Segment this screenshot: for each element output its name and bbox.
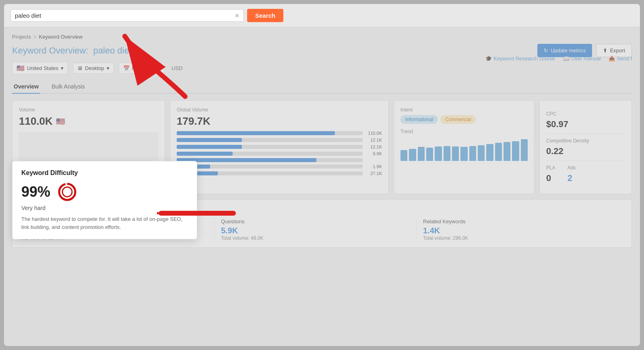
pla-label: PLA xyxy=(546,165,555,171)
related-label: Related Keywords xyxy=(423,218,619,224)
send-link[interactable]: 📤 Send f xyxy=(609,56,632,62)
keyword-difficulty-tooltip: Keyword Difficulty 99% Very hard The har… xyxy=(12,161,197,239)
keyword-course-label: Keyword Research course xyxy=(493,56,555,62)
search-bar: ✕ Search xyxy=(4,4,640,27)
date-filter[interactable]: 📅 May 24, 202 xyxy=(119,63,165,74)
trend-bar-13 xyxy=(504,142,510,161)
tag-commercial: Commercial xyxy=(440,115,476,124)
trend-label: Trend xyxy=(400,129,528,134)
volume-value-row: 110.0K 🇺🇸 xyxy=(19,115,158,128)
cpc-label: CPC xyxy=(546,111,625,117)
pla-value: 0 xyxy=(546,173,555,183)
trend-area: Trend xyxy=(400,129,528,161)
trend-bar-11 xyxy=(486,144,493,161)
device-label: Desktop xyxy=(85,65,104,71)
kd-circle-icon xyxy=(57,181,78,202)
book-icon: 📖 xyxy=(563,56,570,62)
kd-hard-label: Very hard xyxy=(21,205,188,211)
page-title-prefix: Keyword Overview: xyxy=(12,45,89,56)
volume-sparkline xyxy=(19,132,158,165)
tab-bulk-analysis[interactable]: Bulk Analysis xyxy=(50,80,86,94)
questions-label: Questions xyxy=(221,218,410,224)
kd-value-row: 99% xyxy=(21,181,188,202)
trend-bar-1 xyxy=(400,150,407,161)
trend-bar-8 xyxy=(460,147,467,161)
device-filter[interactable]: 🖥 Desktop ▾ xyxy=(73,63,114,74)
trend-bar-2 xyxy=(409,149,416,161)
trend-bar-6 xyxy=(444,146,450,161)
pla-ads-section: PLA 0 Ads 2 xyxy=(546,161,625,187)
questions-item: Questions 5.9K Total volume: 48.0K xyxy=(221,218,417,241)
related-item: Related Keywords 1.4K Total volume: 296.… xyxy=(423,218,625,241)
kd-percent: 99% xyxy=(21,183,50,200)
country-label: United States xyxy=(27,65,58,71)
bar-row-5 xyxy=(177,158,382,162)
filters-row: 🇺🇸 United States ▾ 🖥 Desktop ▾ 📅 May 24,… xyxy=(12,62,632,74)
global-volume-card: Global Volume 179.7K 110.0K 12.1K 12.1K xyxy=(170,100,389,194)
ads-item: Ads 2 xyxy=(568,165,576,183)
cpc-card: CPC $0.97 Competitive Density 0.22 PLA 0… xyxy=(539,100,632,194)
cpc-section: CPC $0.97 xyxy=(546,107,625,134)
device-chevron-icon: ▾ xyxy=(107,65,109,71)
search-button[interactable]: Search xyxy=(247,9,283,22)
volume-label: Volume xyxy=(19,107,158,113)
country-chevron-icon: ▾ xyxy=(61,65,64,71)
send-label: Send f xyxy=(617,56,632,62)
intent-label: Intent xyxy=(400,107,528,113)
global-volume-bars: 110.0K 12.1K 12.1K 9.9K xyxy=(177,131,382,176)
related-volume: Total volume: 296.0K xyxy=(423,235,619,241)
page-title-keyword: paleo diet xyxy=(93,45,132,56)
bar-row-2: 12.1K xyxy=(177,138,382,142)
trend-bar-7 xyxy=(452,146,459,161)
global-volume-label: Global Volume xyxy=(177,107,382,113)
breadcrumb-separator: > xyxy=(33,34,37,40)
ads-label: Ads xyxy=(568,165,576,171)
export-icon: ⬆ xyxy=(603,47,607,54)
questions-volume: Total volume: 48.0K xyxy=(221,235,410,241)
user-manual-link[interactable]: 📖 User manual xyxy=(563,56,601,62)
desktop-icon: 🖥 xyxy=(77,65,83,71)
bar-row-7: 27.1K xyxy=(177,171,382,176)
trend-bar-9 xyxy=(469,146,476,161)
tag-informational: Informational xyxy=(400,115,438,124)
us-flag-icon: 🇺🇸 xyxy=(17,64,25,72)
trend-bar-3 xyxy=(418,147,425,161)
related-count[interactable]: 1.4K xyxy=(423,226,619,235)
volume-flag-icon: 🇺🇸 xyxy=(56,117,65,126)
tabs-row: Overview Bulk Analysis xyxy=(12,80,632,94)
tab-overview[interactable]: Overview xyxy=(12,80,40,94)
keyword-research-course-link[interactable]: 🎓 Keyword Research course xyxy=(485,56,555,62)
currency-label: USD xyxy=(171,65,182,71)
bar-row-4: 9.9K xyxy=(177,151,382,156)
search-input[interactable] xyxy=(15,12,231,19)
breadcrumb-projects[interactable]: Projects xyxy=(12,34,31,40)
volume-value: 110.0K xyxy=(19,115,53,128)
competitive-density-section: Competitive Density 0.22 xyxy=(546,134,625,161)
global-volume-value: 179.7K xyxy=(177,115,382,128)
country-filter[interactable]: 🇺🇸 United States ▾ xyxy=(12,62,68,74)
refresh-icon: ↻ xyxy=(544,47,548,54)
questions-count[interactable]: 5.9K xyxy=(221,226,410,235)
cpc-value: $0.97 xyxy=(546,119,625,130)
graduation-cap-icon: 🎓 xyxy=(485,56,492,62)
trend-bar-15 xyxy=(521,139,528,161)
ads-value: 2 xyxy=(568,173,576,183)
pla-item: PLA 0 xyxy=(546,165,555,183)
trend-bars xyxy=(400,137,528,161)
kd-title: Keyword Difficulty xyxy=(21,169,188,177)
trend-bar-5 xyxy=(435,146,442,161)
trend-bar-10 xyxy=(478,145,485,161)
intent-tags: Informational Commercial xyxy=(400,115,528,124)
trend-bar-4 xyxy=(426,148,433,161)
trend-bar-14 xyxy=(512,141,519,161)
svg-point-2 xyxy=(62,187,72,197)
clear-icon[interactable]: ✕ xyxy=(235,12,239,19)
breadcrumb-current: Keyword Overview xyxy=(39,34,83,40)
calendar-icon: 📅 xyxy=(123,65,130,71)
user-manual-label: User manual xyxy=(571,56,601,62)
bar-row-3: 12.1K xyxy=(177,144,382,149)
search-input-wrapper: ✕ xyxy=(10,9,244,22)
top-links: 🎓 Keyword Research course 📖 User manual … xyxy=(485,56,632,62)
bar-row-6: 1.9K xyxy=(177,164,382,169)
competitive-density-value: 0.22 xyxy=(546,146,625,156)
